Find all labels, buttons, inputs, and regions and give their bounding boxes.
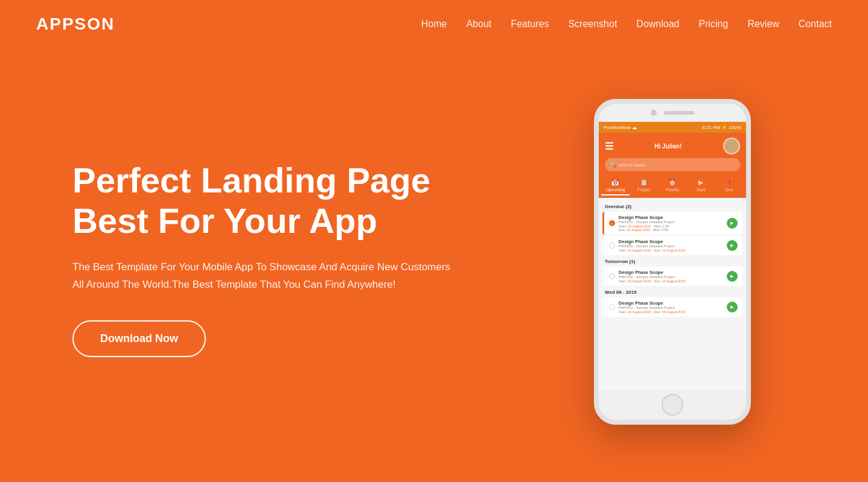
nav-download[interactable]: Download	[636, 19, 679, 29]
play-button: ▶	[727, 271, 738, 282]
task-list: Overdue (2) ✓ Design Phase Scope PWF003 …	[599, 198, 746, 390]
menu-icon: ☰	[605, 141, 613, 152]
hero-section: Perfect Landing Page Best For Your App T…	[0, 48, 868, 481]
task-dates: Start: 10-August-2015 · Alloc: 1:30 Due:…	[619, 224, 723, 232]
task-title: Design Phase Scope	[619, 300, 723, 306]
task-item: Design Phase Scope PWF003 - Sample Detai…	[602, 297, 742, 317]
hero-subtitle: The Best Template For Your Mobile App To…	[72, 259, 459, 294]
nav-about[interactable]: About	[466, 19, 491, 29]
tab-start: ▶ Start	[686, 176, 715, 195]
nav-links: Home About Features Screenshot Download …	[421, 19, 832, 30]
task-sub: PWF003 - Sample Detailed Project	[619, 306, 723, 309]
hero-title: Perfect Landing Page Best For Your App	[72, 160, 490, 241]
task-dates: Start: 10-August-2015 · Due: 10-August-2…	[619, 249, 723, 252]
task-dates: Start: 10-August-2015 · Due: 10-August-2…	[619, 279, 723, 283]
avatar	[723, 138, 740, 154]
section-tomorrow: Tomorrow (1)	[599, 256, 746, 265]
task-info: Design Phase Scope PWF003 - Sample Detai…	[619, 239, 723, 252]
search-icon: 🔍	[610, 162, 616, 168]
phone-screen: ProWorkflow ☁ 4:21 PM ⚡ 100% ☰ Hi Julian…	[599, 122, 746, 390]
nav-features[interactable]: Features	[511, 19, 549, 29]
search-bar: 🔍 search tasks	[605, 158, 740, 171]
start-icon: ▶	[698, 179, 703, 186]
tab-project: 📋 Project	[630, 176, 658, 195]
nav-pricing[interactable]: Pricing	[698, 19, 728, 29]
app-search: 🔍 search tasks	[599, 158, 746, 176]
task-info: Design Phase Scope PWF003 - Sample Detai…	[619, 215, 723, 232]
task-item: ✓ Design Phase Scope PWF003 - Sample Det…	[602, 212, 742, 235]
app-header: ☰ Hi Julian!	[599, 133, 746, 158]
task-check	[609, 243, 615, 249]
nav-home[interactable]: Home	[421, 19, 447, 29]
task-check	[609, 304, 615, 310]
play-button: ▶	[727, 218, 738, 229]
search-placeholder: search tasks	[619, 162, 646, 168]
phone-camera	[651, 110, 657, 116]
due-icon: 📌	[725, 179, 733, 186]
task-info: Design Phase Scope PWF003 - Sample Detai…	[619, 270, 723, 283]
tab-due: 📌 Due	[715, 176, 744, 195]
task-sub: PWF003 - Sample Detailed Project	[619, 275, 723, 279]
hero-text: Perfect Landing Page Best For Your App T…	[72, 160, 490, 357]
play-button: ▶	[727, 240, 738, 251]
phone-mockup: ProWorkflow ☁ 4:21 PM ⚡ 100% ☰ Hi Julian…	[513, 93, 832, 425]
task-sub: PWF003 - Sample Detailed Project	[619, 244, 723, 248]
nav-contact[interactable]: Contact	[799, 19, 832, 29]
task-item: Design Phase Scope PWF003 - Sample Detai…	[602, 267, 742, 286]
logo: APPSON	[36, 14, 115, 34]
app-status-bar: ProWorkflow ☁ 4:21 PM ⚡ 100%	[599, 122, 746, 133]
nav-review[interactable]: Review	[747, 19, 779, 29]
section-wed: Wed 08 - 2015	[599, 287, 746, 296]
status-right: 4:21 PM ⚡ 100%	[702, 125, 741, 130]
navbar: APPSON Home About Features Screenshot Do…	[0, 0, 868, 48]
task-check-done: ✓	[609, 220, 615, 226]
task-dates: Start: 10-August-2015 · Due: 10-August-2…	[619, 310, 723, 314]
project-icon: 📋	[640, 179, 648, 186]
play-button: ▶	[727, 302, 738, 312]
status-left: ProWorkflow ☁	[604, 125, 637, 130]
phone-speaker	[664, 111, 694, 115]
task-check	[609, 273, 615, 279]
priority-icon: ⏰	[668, 179, 677, 186]
task-info: Design Phase Scope PWF003 - Sample Detai…	[619, 300, 723, 314]
section-overdue: Overdue (2)	[599, 201, 746, 211]
download-now-button[interactable]: Download Now	[72, 320, 206, 357]
task-sub: PWF003 - Sample Detailed Project	[619, 220, 723, 224]
task-title: Design Phase Scope	[619, 215, 723, 220]
app-tabs: 📅 Upcoming 📋 Project ⏰ Priority ▶ Start	[599, 176, 746, 198]
phone-bottom-bar	[599, 390, 746, 420]
tab-priority: ⏰ Priority	[658, 176, 686, 195]
phone-top-bar	[599, 104, 746, 122]
task-title: Design Phase Scope	[619, 239, 723, 244]
upcoming-icon: 📅	[611, 179, 619, 186]
task-title: Design Phase Scope	[619, 270, 723, 275]
phone-home-button	[662, 394, 683, 416]
task-item: Design Phase Scope PWF003 - Sample Detai…	[602, 236, 742, 255]
nav-screenshot[interactable]: Screenshot	[568, 19, 617, 29]
phone-outer: ProWorkflow ☁ 4:21 PM ⚡ 100% ☰ Hi Julian…	[594, 99, 751, 425]
tab-upcoming: 📅 Upcoming	[601, 176, 630, 195]
app-greeting: Hi Julian!	[654, 143, 681, 150]
